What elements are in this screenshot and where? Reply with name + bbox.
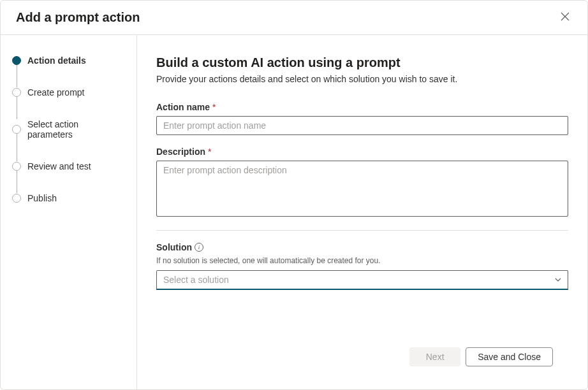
solution-label: Solution i [156,242,568,252]
main-content: Build a custom AI action using a prompt … [137,35,587,389]
action-name-input[interactable] [156,116,568,135]
step-connector [17,64,17,87]
action-name-field: Action name * [156,102,568,135]
step-indicator-icon [12,56,21,65]
close-icon [561,12,570,23]
save-and-close-button[interactable]: Save and Close [466,347,553,366]
step-label: Review and test [27,161,91,171]
page-subheading: Provide your actions details and select … [156,74,568,84]
wizard-steps-sidebar: Action details Create prompt Select acti… [1,35,137,389]
section-divider [156,230,568,231]
dialog-footer: Next Save and Close [156,338,568,377]
required-mark: * [212,102,216,112]
step-action-details[interactable]: Action details [12,55,125,87]
step-label: Create prompt [27,87,84,98]
step-review-test[interactable]: Review and test [12,161,125,193]
solution-hint: If no solution is selected, one will aut… [156,256,568,265]
required-mark: * [208,147,211,157]
step-indicator-icon [12,162,21,171]
step-label: Publish [27,193,57,203]
close-button[interactable] [558,10,572,25]
dialog-header: Add a prompt action [1,1,587,35]
solution-field: Solution i If no solution is selected, o… [156,242,568,290]
solution-select-value: Select a solution [156,270,568,290]
step-list: Action details Create prompt Select acti… [12,55,125,203]
step-connector [17,96,17,119]
info-icon[interactable]: i [195,243,203,252]
step-connector [17,170,17,193]
step-label: Select action parameters [27,119,125,140]
step-indicator-icon [12,88,21,97]
step-label: Action details [27,55,86,66]
prompt-action-dialog: Add a prompt action Action details Creat… [1,1,587,389]
dialog-body: Action details Create prompt Select acti… [1,35,587,389]
step-publish[interactable]: Publish [12,193,125,203]
step-indicator-icon [12,125,21,134]
description-field: Description * [156,147,568,219]
step-create-prompt[interactable]: Create prompt [12,87,125,119]
next-button[interactable]: Next [409,347,460,366]
dialog-title: Add a prompt action [16,10,140,25]
step-indicator-icon [12,194,21,203]
step-select-parameters[interactable]: Select action parameters [12,119,125,161]
page-heading: Build a custom AI action using a prompt [156,55,568,70]
solution-select[interactable]: Select a solution [156,270,568,290]
action-name-label: Action name * [156,102,568,112]
description-label: Description * [156,147,568,157]
description-input[interactable] [156,161,568,217]
